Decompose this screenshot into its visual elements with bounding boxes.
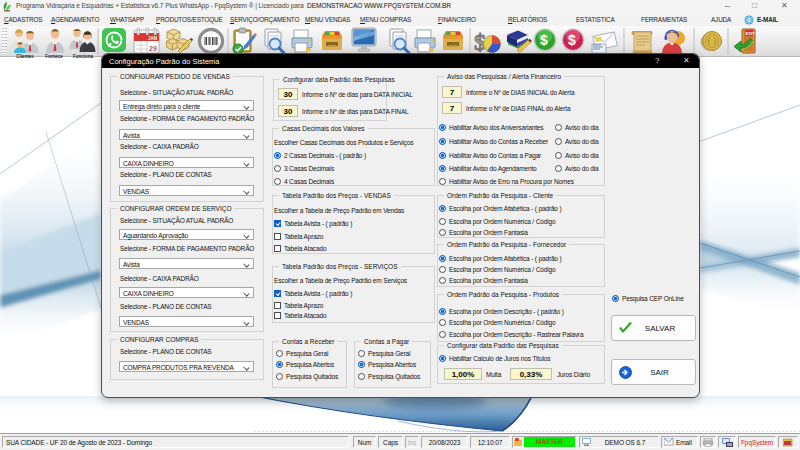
svg-text:$: $	[540, 32, 548, 48]
svg-text:$: $	[568, 32, 576, 48]
svg-text:EXIT: EXIT	[746, 31, 755, 36]
svg-text:JAN: JAN	[148, 36, 157, 41]
svg-text:29: 29	[149, 45, 157, 52]
